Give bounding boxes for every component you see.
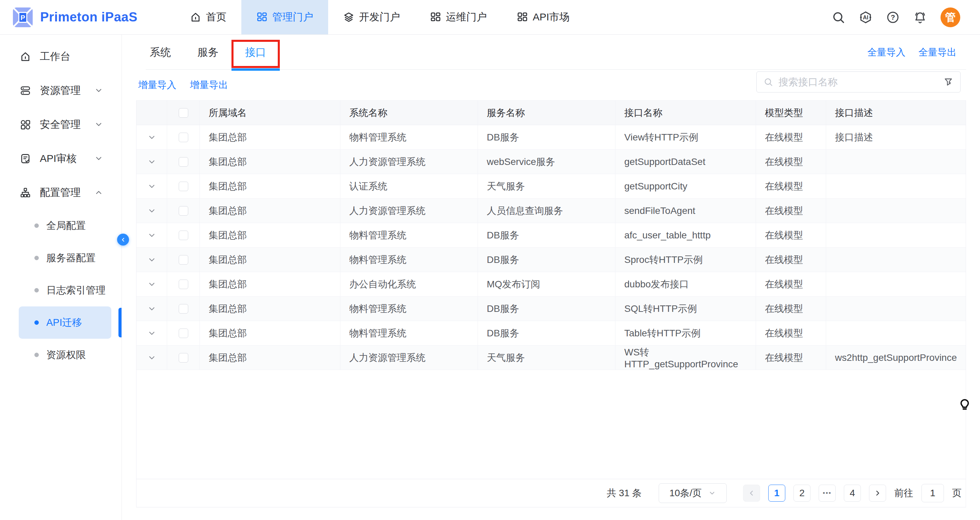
cell-service-name: DB服务 bbox=[478, 125, 616, 149]
row-checkbox-cell[interactable] bbox=[167, 125, 200, 149]
cell-interface-name: dubbo发布接口 bbox=[616, 272, 756, 296]
ai-assistant-icon[interactable] bbox=[859, 11, 872, 24]
chevron-left-icon bbox=[120, 237, 126, 243]
search-interface-input[interactable] bbox=[778, 76, 943, 88]
row-checkbox-cell[interactable] bbox=[167, 346, 200, 370]
sidebar-item-api-review[interactable]: API审核 bbox=[0, 141, 121, 176]
table-row[interactable]: 集团总部 办公自动化系统 MQ发布订阅 dubbo发布接口 在线模型 bbox=[137, 272, 966, 296]
select-all-checkbox[interactable] bbox=[179, 108, 188, 118]
row-checkbox[interactable] bbox=[179, 157, 188, 166]
row-checkbox[interactable] bbox=[179, 328, 188, 338]
page-size-select[interactable]: 10条/页 bbox=[659, 483, 727, 503]
chevron-down-icon bbox=[708, 489, 716, 497]
table-row[interactable]: 集团总部 物料管理系统 DB服务 afc_user_table_htttp 在线… bbox=[137, 223, 966, 247]
row-expand-cell[interactable] bbox=[137, 199, 167, 223]
table-row[interactable]: 集团总部 物料管理系统 DB服务 SQL转HTTP示例 在线模型 bbox=[137, 296, 966, 321]
annotation-red-box bbox=[231, 40, 280, 68]
row-checkbox[interactable] bbox=[179, 231, 188, 240]
row-expand-cell[interactable] bbox=[137, 125, 167, 149]
sidebar-item-security-mgmt[interactable]: 安全管理 bbox=[0, 108, 121, 141]
row-checkbox[interactable] bbox=[179, 133, 188, 142]
sidebar-item-config-mgmt[interactable]: 配置管理 bbox=[0, 176, 121, 209]
home-icon bbox=[20, 51, 31, 62]
sidebar-subitem-api-migration[interactable]: API迁移 bbox=[19, 306, 111, 339]
row-checkbox-cell[interactable] bbox=[167, 223, 200, 247]
row-checkbox-cell[interactable] bbox=[167, 247, 200, 272]
row-expand-cell[interactable] bbox=[137, 150, 167, 174]
sidebar-subitem-log-index-mgmt[interactable]: 日志索引管理 bbox=[19, 274, 111, 306]
sidebar-item-label: 配置管理 bbox=[40, 186, 81, 200]
row-expand-cell[interactable] bbox=[137, 296, 167, 321]
tab-interface[interactable]: 接口 bbox=[245, 35, 266, 70]
row-checkbox-cell[interactable] bbox=[167, 296, 200, 321]
column-header-domain: 所属域名 bbox=[200, 101, 340, 125]
cell-service-name: webService服务 bbox=[478, 150, 616, 174]
cell-interface-name: View转HTTP示例 bbox=[616, 125, 756, 149]
page-button-2[interactable]: 2 bbox=[794, 485, 810, 502]
notification-bell-icon[interactable] bbox=[913, 11, 927, 24]
nav-item-label: 首页 bbox=[206, 10, 226, 24]
tab-service[interactable]: 服务 bbox=[197, 35, 218, 70]
row-checkbox-cell[interactable] bbox=[167, 199, 200, 223]
row-expand-cell[interactable] bbox=[137, 247, 167, 272]
cell-interface-name: Table转HTTP示例 bbox=[616, 321, 756, 345]
sidebar-subitem-server-config[interactable]: 服务器配置 bbox=[19, 242, 111, 274]
hint-lightbulb-icon[interactable] bbox=[958, 397, 972, 412]
table-row[interactable]: 集团总部 物料管理系统 DB服务 Table转HTTP示例 在线模型 bbox=[137, 321, 966, 346]
goto-page-input[interactable] bbox=[921, 484, 944, 502]
help-icon[interactable] bbox=[886, 11, 900, 24]
chevron-down-icon bbox=[94, 120, 103, 129]
table-row[interactable]: 集团总部 认证系统 天气服务 getSupportCity 在线模型 bbox=[137, 174, 966, 199]
page-button-1[interactable]: 1 bbox=[768, 485, 785, 502]
row-checkbox-cell[interactable] bbox=[167, 321, 200, 345]
nav-item-ops-portal[interactable]: 运维门户 bbox=[415, 0, 502, 34]
row-checkbox-cell[interactable] bbox=[167, 272, 200, 296]
row-checkbox[interactable] bbox=[179, 304, 188, 314]
nav-item-admin-portal[interactable]: 管理门户 bbox=[241, 0, 328, 34]
search-icon bbox=[764, 77, 773, 87]
row-checkbox-cell[interactable] bbox=[167, 174, 200, 198]
table-row[interactable]: 集团总部 人力资源管理系统 天气服务 WS转HTTP_getSupportPro… bbox=[137, 346, 966, 370]
search-icon[interactable] bbox=[832, 11, 845, 24]
sidebar-collapse-button[interactable] bbox=[117, 234, 129, 246]
row-checkbox-cell[interactable] bbox=[167, 150, 200, 174]
nav-item-home[interactable]: 首页 bbox=[175, 0, 241, 34]
sidebar-item-workbench[interactable]: 工作台 bbox=[0, 40, 121, 73]
table-row[interactable]: 集团总部 物料管理系统 DB服务 Sproc转HTTP示例 在线模型 bbox=[137, 247, 966, 272]
row-expand-cell[interactable] bbox=[137, 321, 167, 345]
sidebar-subitem-label: 日志索引管理 bbox=[46, 284, 105, 297]
prev-page-button[interactable] bbox=[743, 485, 760, 502]
next-page-button[interactable] bbox=[869, 485, 886, 502]
row-expand-cell[interactable] bbox=[137, 174, 167, 198]
tab-system[interactable]: 系统 bbox=[150, 35, 171, 70]
sidebar-item-resource-mgmt[interactable]: 资源管理 bbox=[0, 73, 121, 108]
row-checkbox[interactable] bbox=[179, 279, 188, 289]
user-avatar[interactable]: 管 bbox=[940, 8, 960, 27]
row-expand-cell[interactable] bbox=[137, 346, 167, 370]
cell-model-type: 在线模型 bbox=[756, 346, 826, 370]
incremental-export-link[interactable]: 增量导出 bbox=[190, 79, 228, 92]
row-checkbox[interactable] bbox=[179, 255, 188, 265]
row-expand-cell[interactable] bbox=[137, 272, 167, 296]
nav-item-label: 运维门户 bbox=[446, 10, 487, 24]
table-row[interactable]: 集团总部 人力资源管理系统 人员信息查询服务 sendFileToAgent 在… bbox=[137, 199, 966, 223]
top-navbar: P Primeton iPaaS 首页 管理门户 开发门户 运维门户 API市场 bbox=[0, 0, 980, 35]
page-ellipsis-button[interactable]: ••• bbox=[819, 485, 836, 502]
chevron-down-icon bbox=[147, 157, 156, 166]
nav-item-api-market[interactable]: API市场 bbox=[502, 0, 584, 34]
page-button-4[interactable]: 4 bbox=[844, 485, 861, 502]
incremental-import-link[interactable]: 增量导入 bbox=[138, 79, 176, 92]
row-checkbox[interactable] bbox=[179, 353, 188, 363]
table-row[interactable]: 集团总部 物料管理系统 DB服务 View转HTTP示例 在线模型 接口描述 bbox=[137, 125, 966, 150]
row-checkbox[interactable] bbox=[179, 206, 188, 216]
full-export-link[interactable]: 全量导出 bbox=[918, 46, 956, 59]
incremental-action-links: 增量导入 增量导出 bbox=[138, 70, 228, 100]
sidebar-subitem-global-config[interactable]: 全局配置 bbox=[19, 209, 111, 242]
filter-funnel-icon[interactable] bbox=[943, 77, 953, 87]
nav-item-dev-portal[interactable]: 开发门户 bbox=[328, 0, 415, 34]
full-import-link[interactable]: 全量导入 bbox=[867, 46, 905, 59]
sidebar-subitem-resource-permission[interactable]: 资源权限 bbox=[19, 339, 111, 371]
table-row[interactable]: 集团总部 人力资源管理系统 webService服务 getSupportDat… bbox=[137, 150, 966, 174]
row-checkbox[interactable] bbox=[179, 182, 188, 191]
row-expand-cell[interactable] bbox=[137, 223, 167, 247]
